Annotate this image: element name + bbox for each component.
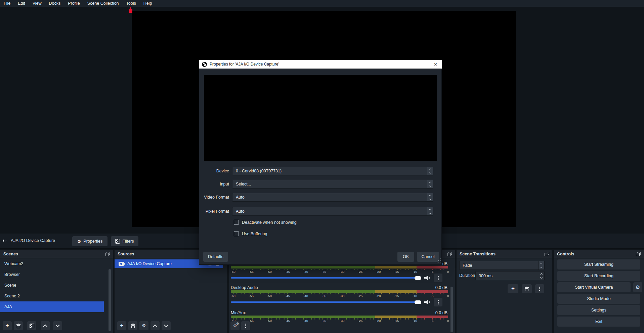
video-format-select[interactable]: Auto <box>232 193 433 202</box>
menu-edit[interactable]: Edit <box>14 0 29 7</box>
volume-slider[interactable] <box>231 298 421 306</box>
dialog-body: Device 0 - Corvid88 (00T97731) Input Sel… <box>199 69 442 265</box>
transition-select[interactable]: Fade <box>459 261 545 270</box>
plus-icon: + <box>6 323 9 328</box>
input-select[interactable]: Select... <box>232 180 433 189</box>
db-tick-label: -35 <box>321 294 326 298</box>
cancel-button[interactable]: Cancel <box>417 252 439 262</box>
remove-transition-button[interactable] <box>522 284 532 293</box>
menu-tools[interactable]: Tools <box>123 0 140 7</box>
db-tick-label: -10 <box>413 294 417 298</box>
audio-level-meter <box>231 266 448 268</box>
source-move-up-button[interactable] <box>151 321 160 330</box>
trash-icon <box>131 324 135 328</box>
scenes-scrollbar[interactable] <box>109 269 111 331</box>
remove-source-button[interactable] <box>128 321 137 330</box>
db-tick-label: -15 <box>394 319 399 323</box>
scene-move-down-button[interactable] <box>53 321 62 330</box>
volume-slider[interactable] <box>231 274 421 282</box>
mixer-scrollbar[interactable] <box>450 287 453 332</box>
pixel-format-label: Pixel Format <box>199 209 232 214</box>
db-tick-label: -45 <box>285 270 290 274</box>
spinner-arrows[interactable] <box>427 193 433 201</box>
menu-profile[interactable]: Profile <box>64 0 83 7</box>
scene-transitions-panel: Scene Transitions Fade Duration 300 ms + <box>456 250 553 333</box>
use-buffering-checkbox-row[interactable]: Use Buffering <box>234 231 267 236</box>
checkbox[interactable] <box>234 220 239 225</box>
exit-button[interactable]: Exit <box>557 317 640 327</box>
db-tick-label: -45 <box>285 319 290 323</box>
start-streaming-button[interactable]: Start Streaming <box>557 259 640 269</box>
db-tick-label: -5 <box>431 319 433 323</box>
defaults-button[interactable]: Defaults <box>203 252 228 262</box>
db-scale: -60-55-50-45-40-35-30-25-20-15-10-50 <box>231 270 449 274</box>
db-tick-label: -55 <box>249 294 254 298</box>
speaker-icon[interactable] <box>424 276 431 280</box>
db-tick-label: -5 <box>431 294 433 298</box>
transition-menu-button[interactable] <box>535 284 544 293</box>
mixer-track-name: Desktop Audio <box>231 285 258 290</box>
add-transition-button[interactable]: + <box>508 284 518 293</box>
dialog-resize-grip[interactable] <box>438 262 439 262</box>
menu-help[interactable]: Help <box>140 0 156 7</box>
remove-scene-button[interactable] <box>14 321 23 330</box>
volume-slider-handle[interactable] <box>415 300 421 304</box>
chevron-up-icon <box>43 324 47 329</box>
checkbox[interactable] <box>234 231 239 236</box>
mixer-menu-button[interactable] <box>241 321 250 330</box>
source-properties-button[interactable]: ⚙ <box>139 321 148 330</box>
spinner-arrows[interactable] <box>427 207 433 215</box>
dialog-source-preview <box>204 75 437 161</box>
db-tick-label: -40 <box>303 319 308 323</box>
gear-icon: ⚙ <box>636 285 640 290</box>
add-scene-button[interactable]: + <box>3 321 12 330</box>
menu-view[interactable]: View <box>29 0 45 7</box>
scene-item[interactable]: Scene <box>0 280 113 291</box>
speaker-icon[interactable] <box>424 300 431 304</box>
menu-scene-collection[interactable]: Scene Collection <box>84 0 123 7</box>
studio-mode-button[interactable]: Studio Mode <box>557 294 640 304</box>
controls-panel-header: Controls <box>554 250 644 258</box>
spinner-arrows[interactable] <box>427 167 433 175</box>
close-icon[interactable]: ✕ <box>432 62 439 67</box>
duration-spinbox[interactable]: 300 ms <box>475 271 545 280</box>
filters-button-label: Filters <box>122 239 134 244</box>
device-select[interactable]: 0 - Corvid88 (00T97731) <box>232 167 433 175</box>
start-virtual-camera-button[interactable]: Start Virtual Camera <box>557 282 631 292</box>
scene-move-up-button[interactable] <box>41 321 50 330</box>
pixel-format-select[interactable]: Auto <box>232 207 433 216</box>
scene-filters-button[interactable] <box>27 321 36 330</box>
popout-icon <box>447 252 452 256</box>
start-recording-button[interactable]: Start Recording <box>557 271 640 281</box>
deactivate-checkbox-row[interactable]: Deactivate when not showing <box>234 220 297 225</box>
properties-button[interactable]: ⚙ Properties <box>72 236 108 246</box>
menu-file[interactable]: File <box>0 0 14 7</box>
mixer-track-menu-button[interactable] <box>434 298 442 306</box>
db-tick-label: -15 <box>394 270 399 274</box>
advanced-audio-button[interactable]: ⚙⚙ <box>230 321 240 330</box>
mixer-track-name: Mic/Aux <box>231 310 246 315</box>
db-tick-label: -35 <box>321 270 326 274</box>
ok-button[interactable]: OK <box>397 252 414 262</box>
device-label: Device <box>199 169 232 173</box>
scene-item[interactable]: Browser <box>0 269 113 280</box>
deactivate-checkbox-label: Deactivate when not showing <box>242 220 297 225</box>
db-tick-label: -25 <box>358 319 363 323</box>
virtual-camera-settings-button[interactable]: ⚙ <box>633 282 642 292</box>
mixer-track-menu-button[interactable] <box>434 274 442 282</box>
spinner-arrows[interactable] <box>538 272 544 280</box>
volume-slider-handle[interactable] <box>415 276 421 280</box>
spinner-arrows[interactable] <box>427 180 433 188</box>
scene-item[interactable]: Scene 2 <box>0 291 113 301</box>
source-corner-handle[interactable] <box>129 9 132 13</box>
menu-docks[interactable]: Docks <box>45 0 65 7</box>
add-source-button[interactable]: + <box>117 321 126 330</box>
settings-button[interactable]: Settings <box>557 305 640 315</box>
scene-item-selected[interactable]: AJA <box>0 301 104 312</box>
gear-icon: ⚙ <box>142 323 146 328</box>
filters-button[interactable]: Filters <box>111 236 138 246</box>
spinner-arrows[interactable] <box>538 261 544 269</box>
source-move-down-button[interactable] <box>162 321 171 330</box>
audio-level-meter <box>231 290 448 293</box>
scene-item[interactable]: Webcam2 <box>0 258 113 269</box>
